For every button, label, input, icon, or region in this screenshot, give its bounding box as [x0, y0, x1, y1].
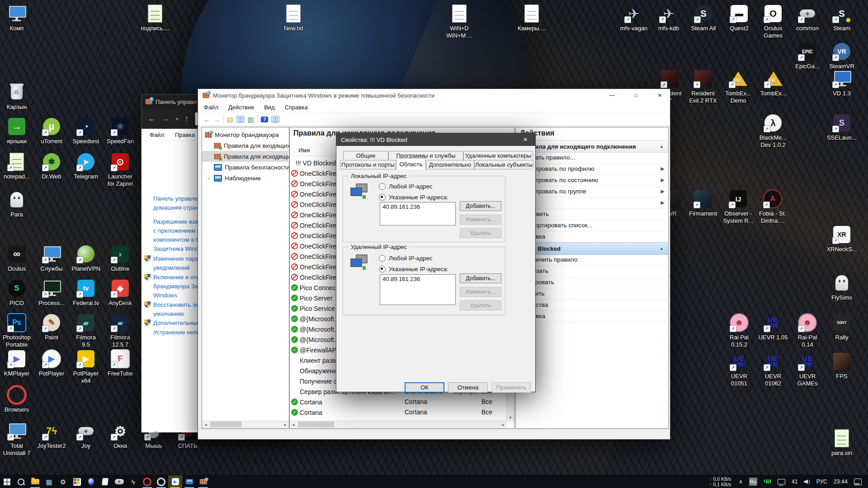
back-icon[interactable]: ← [148, 114, 156, 123]
taskbar-calculator-icon[interactable]: ▦ [42, 475, 56, 488]
tab-удаленные-компьютеры[interactable]: Удаленные компьютеры [463, 151, 533, 160]
desktop-icon-rally[interactable]: DiRTRally [821, 313, 863, 341]
firewall-titlebar[interactable]: Монитор брандмауэра Защитника Windows в … [198, 89, 670, 102]
scroll-left-icon[interactable]: ◂ [202, 421, 209, 428]
desktop-icon-para-sin[interactable]: para.sin [821, 428, 863, 457]
desktop-icon-freetube[interactable]: F↗FreeTube [99, 349, 141, 377]
taskbar-search-icon[interactable] [14, 475, 28, 488]
tray-number[interactable]: 41 [792, 479, 797, 485]
desktop-icon-para[interactable]: Para [0, 190, 38, 218]
taskbar-gamepad-icon[interactable]: ✚ [112, 475, 126, 488]
rule-row-cortana[interactable]: ✓CortanaCortanaВсе [290, 407, 506, 418]
taskbar-potplayer-icon[interactable]: ▶ [168, 475, 182, 488]
remote-specified-ip-radio[interactable] [379, 266, 386, 272]
desktop-icon-steam[interactable]: S↗Steam [821, 4, 863, 32]
desktop-icon-win-d-win-m[interactable]: WiN+DWiN+M ... [439, 4, 480, 39]
help-icon[interactable]: ? [261, 117, 269, 122]
volume-icon[interactable] [804, 479, 808, 484]
export-list-icon[interactable]: ▥ [248, 116, 254, 123]
action-обновить[interactable]: Обновить [516, 208, 668, 220]
taskbar-opera-icon[interactable] [140, 475, 154, 488]
desktop-icon-browsers[interactable]: Browsers [0, 385, 38, 413]
forward-arrow-icon[interactable]: → [213, 116, 220, 123]
action-фильтровать-по-состоянию[interactable]: Фильтровать по состоянию▶ [516, 174, 668, 186]
clock[interactable]: 23:44 [834, 479, 848, 485]
taskbar-screen-app-icon[interactable] [182, 475, 196, 488]
taskbar-store-icon[interactable] [70, 475, 84, 488]
taskbar-firewall-icon[interactable] [196, 475, 210, 488]
taskbar-explorer-icon[interactable] [28, 475, 42, 488]
action-фильтровать-по-группе[interactable]: Фильтровать по группе▶ [516, 186, 668, 197]
remote-ip-value[interactable]: 40.89.161.236 [382, 276, 455, 282]
action-отключить-правило[interactable]: Отключить правило [516, 254, 668, 266]
export-doc-icon[interactable]: ▤ [227, 116, 233, 123]
desktop-icon-камеры[interactable]: Камеры.... [511, 4, 552, 32]
tree-horizontal-scrollbar[interactable]: ◂ ▸ [202, 421, 289, 428]
expander-icon[interactable]: › [207, 175, 211, 182]
action-фильтровать-по-профилю[interactable]: Фильтровать по профилю▶ [516, 163, 668, 175]
desktop-icon-комп[interactable]: Комп [0, 4, 38, 32]
menu-view[interactable]: Вид [264, 104, 275, 111]
desktop-icon-sselaun[interactable]: S↗SSELaun... [821, 113, 863, 141]
scroll-right-icon[interactable]: ▸ [282, 421, 289, 428]
rule-row-cortana[interactable]: ✓CortanaCortanaВсе [290, 397, 506, 407]
taskbar-oculus-icon[interactable] [84, 475, 98, 488]
tree-item-монитор-брандмауэра[interactable]: Монитор брандмауэра [202, 129, 288, 140]
menu-file[interactable]: Файл [204, 104, 218, 111]
tree-item-наблюдение[interactable]: ›Наблюдение [202, 173, 288, 183]
action-свойства[interactable]: Свойства [516, 299, 668, 311]
action-справка[interactable]: Справка [516, 231, 668, 243]
action-вырезать[interactable]: Вырезать [516, 265, 668, 277]
taskbar-notes-icon[interactable] [98, 475, 112, 488]
close-button[interactable]: ✕ [650, 89, 670, 102]
desktop-icon-speedfan[interactable]: ✳↗SpeedFan [99, 117, 141, 145]
taskbar-settings-icon[interactable]: ⚙ [56, 475, 70, 488]
desktop-icon-steamvr[interactable]: VR↗SteamVR [821, 42, 863, 70]
remote-add-button[interactable]: Добавить... [460, 273, 501, 283]
ok-button[interactable]: ОК [405, 382, 444, 393]
tab-общие[interactable]: Общие [343, 151, 388, 160]
tab-локальные-субъекты[interactable]: Локальные субъекты [474, 160, 533, 169]
network-speed-widget[interactable]: ↓0,0 KB/s ↑0,1 KB/s [709, 476, 731, 487]
network-icon[interactable] [778, 479, 785, 484]
action-копировать[interactable]: Копировать [516, 277, 668, 288]
tree-item-правила-для-исходящи[interactable]: Правила для исходящи [202, 151, 288, 162]
action-создать-правило[interactable]: Создать правило... [516, 152, 668, 164]
desktop-icon-new-txt[interactable]: New.txt [273, 4, 314, 32]
local-add-button[interactable]: Добавить... [460, 201, 501, 211]
rules-horizontal-scrollbar[interactable]: ◂ ▸ [290, 421, 507, 428]
menu-file[interactable]: Файл [150, 131, 164, 138]
local-any-ip-radio[interactable] [379, 183, 386, 190]
properties-dialog[interactable]: Свойства: !!! VD Blocked ✕ ОбщиеПрограмм… [336, 133, 536, 392]
taskbar-start-icon[interactable] [0, 475, 14, 488]
desktop-icon-fobia-st-dinfna[interactable]: A↗Fobia - St.Dinfna ... [752, 189, 793, 225]
remote-any-ip-radio[interactable] [379, 255, 386, 262]
menu-help[interactable]: Справка [285, 104, 308, 111]
taskbar-opera-gx-icon[interactable] [154, 475, 168, 488]
desktop-icon-outline[interactable]: ◗↗Outline [99, 244, 141, 272]
tree-item-правила-безопасности[interactable]: Правила безопасности [202, 162, 288, 173]
menu-action[interactable]: Действие [228, 104, 254, 111]
show-pane-icon[interactable]: ◫ [271, 116, 279, 123]
desktop-icon-подпись[interactable]: подпись.... [134, 4, 176, 32]
notification-center-icon[interactable] [854, 479, 862, 485]
menu-edit[interactable]: Правка [175, 131, 195, 138]
action-вид[interactable]: Вид▶ [516, 197, 668, 209]
hidden-icons-chevron[interactable]: ∧ [739, 479, 743, 485]
scroll-down-icon[interactable]: ▾ [507, 414, 514, 421]
up-icon[interactable]: ↑ [185, 114, 189, 123]
action-vd-blocked[interactable]: !!! VD Blocked▲ [516, 242, 668, 255]
desktop-icon-vd-1-3[interactable]: ↗VD 1.3 [821, 69, 863, 97]
action-экспортировать-список[interactable]: Экспортировать список... [516, 220, 668, 231]
desktop-icon-flysims[interactable]: FlySims [821, 273, 863, 301]
console-window-icon[interactable]: ◫ [236, 116, 244, 123]
action-удалить[interactable]: Удалить [516, 288, 668, 300]
local-ip-value[interactable]: 40.89.161.236 [382, 203, 455, 210]
punto-lang-badge[interactable]: Ru [749, 478, 757, 486]
tab-область[interactable]: Область [396, 158, 426, 169]
desktop-icon-xrnecks[interactable]: XR↗XRNeckS... [821, 225, 863, 253]
language-indicator[interactable]: РУС [816, 479, 827, 485]
desktop-icon-fps[interactable]: FPS [821, 352, 863, 380]
forward-icon[interactable]: → [162, 114, 170, 123]
minimize-button[interactable]: — [602, 89, 622, 102]
